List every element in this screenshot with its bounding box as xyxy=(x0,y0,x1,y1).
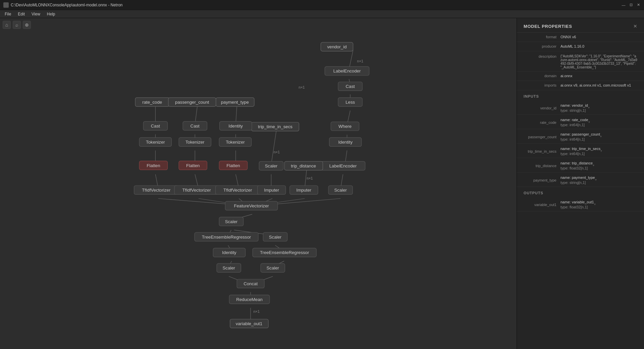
input-passenger-count-type: type: int64[n,1] xyxy=(560,136,600,141)
search-button[interactable]: ⌕ xyxy=(13,21,21,29)
svg-text:vendor_id: vendor_id xyxy=(327,44,346,49)
svg-text:TreeEnsembleRegressor: TreeEnsembleRegressor xyxy=(260,250,309,255)
svg-text:n×1: n×1 xyxy=(254,309,260,313)
window-controls: — ⊡ ✕ xyxy=(621,3,641,7)
output-variable-out1-type: type: float32[n,1] xyxy=(560,204,594,209)
svg-text:TfIdfVectorizer: TfIdfVectorizer xyxy=(223,188,252,193)
svg-text:Scaler: Scaler xyxy=(269,235,282,240)
window-title: C:\Dev\AutoMLONNXConsoleApp\automl-model… xyxy=(11,3,621,7)
svg-text:variable_out1: variable_out1 xyxy=(236,321,262,326)
svg-text:trip_time_in_secs: trip_time_in_secs xyxy=(258,124,292,129)
svg-text:TreeEnsembleRegressor: TreeEnsembleRegressor xyxy=(202,235,251,240)
svg-text:Flatten: Flatten xyxy=(186,163,200,168)
format-value: ONNX v6 xyxy=(560,34,637,39)
svg-text:Identity: Identity xyxy=(338,140,353,145)
svg-text:Tokenizer: Tokenizer xyxy=(226,140,245,145)
input-passenger-count-arrow: ▾ xyxy=(600,135,602,138)
input-passenger-count[interactable]: passenger_count name: passenger_count ty… xyxy=(517,129,644,144)
svg-text:Identity: Identity xyxy=(228,123,243,129)
description-row: description {"AutoMLSDKVer": "1.16.0", "… xyxy=(517,51,644,71)
svg-line-19 xyxy=(271,130,276,164)
title-bar: C:\Dev\AutoMLONNXConsoleApp\automl-model… xyxy=(0,0,644,10)
svg-text:passenger_count: passenger_count xyxy=(175,100,209,105)
main-area: ⌂ ⌕ ⊕ xyxy=(0,18,644,349)
input-vendor-id[interactable]: vendor_id name: vendor_id type: string[n… xyxy=(517,100,644,115)
svg-text:Cast: Cast xyxy=(346,84,355,89)
svg-text:n×1: n×1 xyxy=(274,150,280,154)
graph-canvas[interactable]: ⌂ ⌕ ⊕ xyxy=(0,18,517,349)
input-passenger-count-name-label: passenger_count xyxy=(524,134,560,139)
panel-title: MODEL PROPERTIES xyxy=(524,24,572,29)
svg-text:FeatureVectorizer: FeatureVectorizer xyxy=(234,203,269,208)
svg-text:Tokenizer: Tokenizer xyxy=(146,140,165,145)
svg-text:Tokenizer: Tokenizer xyxy=(185,140,205,145)
panel-header: MODEL PROPERTIES ✕ xyxy=(517,18,644,33)
menu-file[interactable]: File xyxy=(1,11,14,17)
input-payment-type[interactable]: payment_type name: payment_type type: st… xyxy=(517,172,644,187)
inputs-section-header: INPUTS xyxy=(517,90,644,100)
home-button[interactable]: ⌂ xyxy=(3,21,11,29)
input-rate-code-type: type: int64[n,1] xyxy=(560,122,588,127)
domain-value: ai.onnx xyxy=(560,73,637,78)
svg-text:ReduceMean: ReduceMean xyxy=(236,297,263,302)
input-rate-code[interactable]: rate_code name: rate_code type: int64[n,… xyxy=(517,115,644,129)
graph-svg: n×1 n×1 n×1 n×1 n×1 vendor_id LabelEncod… xyxy=(0,18,517,349)
input-rate-code-arrow: ▾ xyxy=(588,120,590,124)
svg-text:Scaler: Scaler xyxy=(225,219,238,224)
output-variable-out1[interactable]: variable_out1 name: variable_out1 type: … xyxy=(517,197,644,211)
svg-text:Imputer: Imputer xyxy=(264,188,279,193)
svg-line-22 xyxy=(158,198,234,204)
format-label: format xyxy=(524,34,560,39)
app-icon xyxy=(3,2,9,8)
domain-label: domain xyxy=(524,73,560,78)
imports-label: imports xyxy=(524,82,560,87)
input-trip-time-name: name: trip_time_in_secs xyxy=(560,146,600,151)
input-trip-time[interactable]: trip_time_in_secs name: trip_time_in_sec… xyxy=(517,144,644,158)
input-vendor-id-arrow: ▾ xyxy=(588,106,590,109)
input-rate-code-name-label: rate_code xyxy=(524,119,560,124)
input-trip-distance-type: type: float32[n,1] xyxy=(560,165,593,170)
svg-text:rate_code: rate_code xyxy=(142,100,162,105)
svg-text:TfIdfVectorizer: TfIdfVectorizer xyxy=(142,188,171,193)
input-payment-type-type: type: string[n,1] xyxy=(560,180,595,185)
panel-close-button[interactable]: ✕ xyxy=(633,23,637,29)
restore-button[interactable]: ⊡ xyxy=(629,3,633,7)
svg-text:payment_type: payment_type xyxy=(221,100,249,105)
domain-row: domain ai.onnx xyxy=(517,71,644,81)
svg-text:Scaler: Scaler xyxy=(267,265,279,270)
input-vendor-id-type: type: string[n,1] xyxy=(560,107,588,112)
svg-text:Less: Less xyxy=(345,100,355,105)
input-trip-distance[interactable]: trip_distance name: trip_distance type: … xyxy=(517,158,644,172)
close-button[interactable]: ✕ xyxy=(636,3,641,7)
input-payment-type-arrow: ▾ xyxy=(595,178,597,182)
svg-text:Where: Where xyxy=(338,124,352,129)
menu-help[interactable]: Help xyxy=(44,11,59,17)
menu-edit[interactable]: Edit xyxy=(14,11,28,17)
properties-panel: MODEL PROPERTIES ✕ format ONNX v6 produc… xyxy=(517,18,644,349)
svg-text:n×1: n×1 xyxy=(357,59,363,63)
input-vendor-id-name-label: vendor_id xyxy=(524,105,560,110)
imports-value: ai.onnx v9, ai.onnx.ml v1, com.microsoft… xyxy=(560,82,637,87)
svg-text:trip_distance: trip_distance xyxy=(291,163,316,168)
svg-text:Imputer: Imputer xyxy=(296,188,311,193)
input-payment-type-name: name: payment_type xyxy=(560,174,595,180)
svg-text:Identity: Identity xyxy=(222,250,236,255)
menu-view[interactable]: View xyxy=(28,11,44,17)
svg-text:TfIdfVectorizer: TfIdfVectorizer xyxy=(182,188,211,193)
menu-bar: File Edit View Help xyxy=(0,10,644,18)
outputs-section-header: OUTPUTS xyxy=(517,187,644,197)
imports-row: imports ai.onnx v9, ai.onnx.ml v1, com.m… xyxy=(517,81,644,90)
input-trip-distance-name: name: trip_distance xyxy=(560,160,593,165)
output-variable-out1-arrow: ▾ xyxy=(594,202,596,206)
input-passenger-count-name: name: passenger_count xyxy=(560,131,600,136)
minimize-button[interactable]: — xyxy=(621,3,626,7)
svg-text:Cast: Cast xyxy=(151,123,160,129)
zoom-button[interactable]: ⊕ xyxy=(23,21,31,29)
producer-label: producer xyxy=(524,43,560,48)
format-row: format ONNX v6 xyxy=(517,33,644,42)
input-trip-time-type: type: int64[n,1] xyxy=(560,151,600,156)
output-variable-out1-name: name: variable_out1 xyxy=(560,199,594,204)
input-trip-time-name-label: trip_time_in_secs xyxy=(524,148,560,153)
svg-text:LabelEncoder: LabelEncoder xyxy=(329,163,357,168)
svg-line-27 xyxy=(270,198,340,204)
